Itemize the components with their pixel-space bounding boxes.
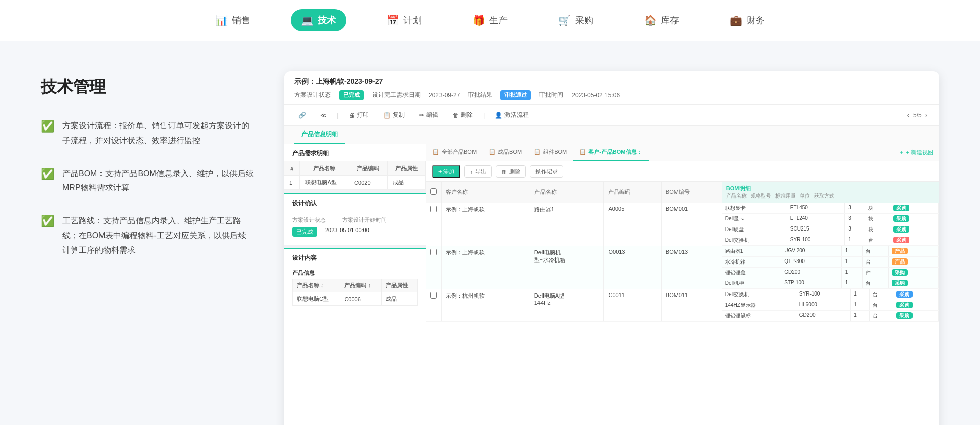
row-product: 路由器1 bbox=[530, 203, 604, 246]
mini-col-code: 产品编码 ↕ bbox=[340, 279, 381, 292]
sales-icon: 📊 bbox=[215, 14, 228, 26]
print-button[interactable]: 🖨 打印 bbox=[345, 109, 373, 121]
demo-left-form: 产品需求明细 # 产品名称 产品编码 产品属性 1 联想电脑A型 bbox=[284, 144, 426, 425]
bom-tab-all[interactable]: 📋 全部产品BOM bbox=[426, 144, 483, 161]
bom-add-label: + 添加 bbox=[438, 168, 454, 175]
bom-tab-all-label: 全部产品BOM bbox=[442, 148, 477, 156]
activate-button[interactable]: 👤 激活流程 bbox=[491, 109, 533, 121]
approve-result-badge: 审批通过 bbox=[500, 90, 531, 100]
design-content-section: 设计内容 产品信息 产品名称 ↕ 产品编码 ↕ 产品属性 bbox=[284, 248, 426, 306]
demo-toolbar: 🔗 ≪ | 🖨 打印 📋 复制 ✏ 编辑 🗑 删除 | 👤 激活流程 bbox=[284, 105, 939, 126]
col-product-code: 产品编码 bbox=[604, 182, 661, 203]
demo-title: 示例：上海帆软-2023-09-27 bbox=[294, 77, 929, 86]
bom-tab-finished-label: 成品BOM bbox=[498, 148, 522, 156]
bom-tab-customer[interactable]: 📋 客户-产品BOM信息： bbox=[573, 144, 648, 161]
print-label: 打印 bbox=[357, 111, 369, 119]
sep2: | bbox=[483, 112, 485, 119]
log-label: 操作记录 bbox=[535, 168, 558, 175]
bom-add-button[interactable]: + 添加 bbox=[432, 165, 460, 178]
bom-tab-component[interactable]: 📋 组件BOM bbox=[528, 144, 573, 161]
demo-panel: 示例：上海帆软-2023-09-27 方案设计状态 已完成 设计完工需求日期 2… bbox=[284, 71, 939, 425]
row-customer: 示例：杭州帆软 bbox=[442, 289, 530, 322]
main-content: 技术管理 ✅ 方案设计流程：报价单、销售订单可发起方案设计的子流程，并对设计状态… bbox=[0, 41, 980, 425]
row-checkbox[interactable] bbox=[426, 289, 442, 322]
design-confirm-form: 方案设计状态 方案设计开始时间 已完成 2023-05-01 00:00 bbox=[284, 211, 426, 245]
approve-time-label: 审批时间 bbox=[539, 91, 563, 100]
bom-export-button[interactable]: ↑ 导出 bbox=[464, 165, 492, 178]
col-bom-code: BOM编号 bbox=[661, 182, 722, 203]
feature-item-2: ✅ 产品BOM：支持产品BOM信息录入、维护，以供后续MRP物料需求计算 bbox=[41, 167, 254, 196]
nav-stock[interactable]: 🏠 库存 bbox=[634, 9, 689, 31]
plus-icon: ＋ bbox=[899, 149, 904, 156]
nav-plan[interactable]: 📅 计划 bbox=[377, 9, 432, 31]
check-icon-1: ✅ bbox=[41, 120, 54, 133]
share-button[interactable]: 🔗 bbox=[294, 110, 310, 121]
check-icon-3: ✅ bbox=[41, 215, 54, 228]
approve-time-value: 2023-05-02 15:06 bbox=[571, 92, 620, 99]
row-bom-details: 联想显卡ETL4503块采购 Dell显卡ETL2403块采购 Dell硬盘SC… bbox=[722, 203, 939, 246]
nav-produce[interactable]: 🎁 生产 bbox=[462, 9, 518, 31]
nav-purchase[interactable]: 🛒 采购 bbox=[548, 9, 603, 31]
bom-delete-label: 删除 bbox=[509, 168, 520, 175]
finance-icon: 💼 bbox=[730, 14, 742, 26]
edit-button[interactable]: ✏ 编辑 bbox=[415, 109, 443, 121]
row-bom-code: BOM001 bbox=[661, 203, 722, 246]
select-all-checkbox[interactable] bbox=[430, 188, 437, 195]
delete-icon: 🗑 bbox=[453, 112, 459, 119]
next-page-button[interactable]: › bbox=[923, 112, 929, 119]
copy-label: 复制 bbox=[393, 111, 405, 119]
delete-button[interactable]: 🗑 删除 bbox=[449, 109, 477, 121]
bom-toolbar: + 添加 ↑ 导出 🗑 删除 操作记录 bbox=[426, 161, 939, 182]
prev-page-button[interactable]: ‹ bbox=[905, 112, 911, 119]
nav-finance[interactable]: 💼 财务 bbox=[720, 9, 775, 31]
product-info-label: 产品信息 bbox=[292, 270, 315, 276]
bom-table-area: 客户名称 产品名称 产品编码 BOM编号 BOM明细 产品名称 规格型号 标准用… bbox=[426, 182, 939, 423]
design-date-value: 2023-09-27 bbox=[429, 92, 460, 99]
row-checkbox[interactable] bbox=[426, 246, 442, 289]
row-product-code: C0020 bbox=[349, 176, 387, 190]
bom-add-view-button[interactable]: ＋ + 新建视图 bbox=[893, 144, 939, 161]
mini-row-attr: 成品 bbox=[381, 292, 417, 306]
table-row: 1 联想电脑A型 C0020 成品 bbox=[284, 176, 426, 190]
mini-row-name: 联想电脑C型 bbox=[293, 292, 340, 306]
bom-tab-customer-icon: 📋 bbox=[579, 149, 586, 155]
bom-tab-all-icon: 📋 bbox=[432, 149, 440, 155]
bom-tab-finished[interactable]: 📋 成品BOM bbox=[483, 144, 528, 161]
pagination-info: 5/5 bbox=[913, 112, 922, 119]
nav-tech[interactable]: 💻 技术 bbox=[291, 9, 346, 31]
activate-label: 激活流程 bbox=[504, 111, 529, 119]
col-product-name: 产品名称 bbox=[530, 182, 604, 203]
design-date-label: 设计完工需求日期 bbox=[372, 91, 421, 100]
row-checkbox[interactable] bbox=[426, 203, 442, 246]
edit-icon: ✏ bbox=[419, 112, 424, 119]
col-no: # bbox=[284, 161, 300, 176]
copy-icon: 📋 bbox=[383, 112, 391, 119]
status-badge: 已完成 bbox=[339, 90, 364, 100]
design-status-badge: 已完成 bbox=[292, 227, 317, 237]
bom-tabs: 📋 全部产品BOM 📋 成品BOM 📋 组件BOM 📋 客户-产品BOM信息： bbox=[426, 144, 939, 161]
bom-delete-icon: 🗑 bbox=[501, 169, 507, 175]
mini-row-code: C0006 bbox=[340, 292, 381, 306]
nav-sales[interactable]: 📊 销售 bbox=[205, 9, 260, 31]
export-icon: ↑ bbox=[470, 169, 473, 175]
design-status-row: 方案设计状态 方案设计开始时间 bbox=[292, 216, 418, 224]
tab-product-info[interactable]: 产品信息明细 bbox=[294, 126, 345, 144]
feature-text-2: 产品BOM：支持产品BOM信息录入、维护，以供后续MRP物料需求计算 bbox=[62, 167, 254, 196]
table-row: 示例：上海帆软 路由器1 A0005 BOM001 联想显卡ETL4503块采购… bbox=[426, 203, 939, 246]
copy-button[interactable]: 📋 复制 bbox=[379, 109, 409, 121]
col-product-code: 产品编码 bbox=[349, 161, 387, 176]
product-demand-table: # 产品名称 产品编码 产品属性 1 联想电脑A型 C0020 成品 bbox=[284, 161, 426, 190]
bom-tab-component-label: 组件BOM bbox=[543, 148, 567, 156]
nav-produce-label: 生产 bbox=[489, 14, 508, 26]
page-title: 技术管理 bbox=[41, 76, 254, 99]
row-bom-details: 路由器1UGV-2001台产品 水冷机箱QTP-3001台产品 锂铝锂盒GD20… bbox=[722, 246, 939, 289]
design-start-label: 方案设计开始时间 bbox=[342, 216, 388, 224]
more-button[interactable]: ≪ bbox=[316, 110, 331, 121]
activate-icon: 👤 bbox=[495, 112, 502, 119]
design-confirm-section: 设计确认 方案设计状态 方案设计开始时间 已完成 2023-05-01 00:0… bbox=[284, 193, 426, 245]
bom-log-button[interactable]: 操作记录 bbox=[530, 165, 563, 178]
demo-meta: 方案设计状态 已完成 设计完工需求日期 2023-09-27 审批结果 审批通过… bbox=[294, 90, 929, 100]
design-status-label: 方案设计状态 bbox=[292, 216, 338, 224]
edit-label: 编辑 bbox=[426, 111, 438, 119]
bom-delete-button[interactable]: 🗑 删除 bbox=[496, 165, 526, 178]
